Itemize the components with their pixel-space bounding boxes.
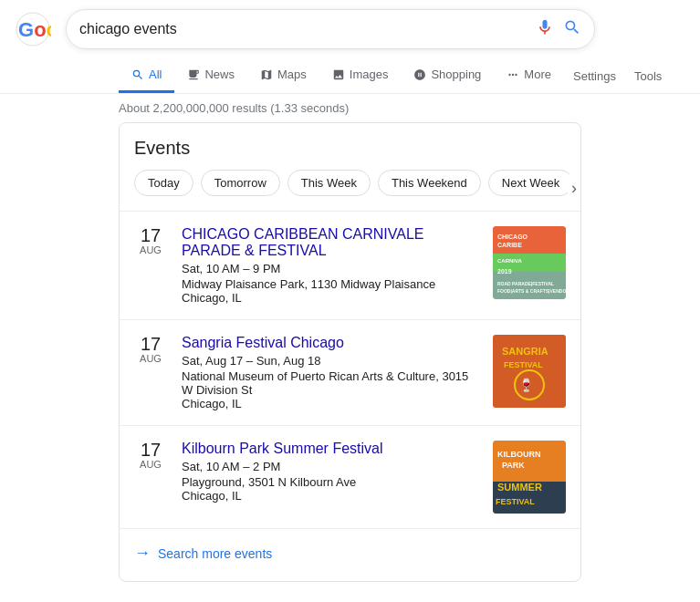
- event-name-2[interactable]: Sangria Festival Chicago: [182, 335, 478, 351]
- search-bar[interactable]: [66, 9, 595, 49]
- event-city-3: Chicago, IL: [182, 489, 478, 503]
- chevron-right-icon[interactable]: ›: [568, 174, 580, 201]
- nav-more[interactable]: More: [494, 58, 564, 93]
- tools-link[interactable]: Tools: [625, 60, 671, 92]
- event-name-1[interactable]: CHICAGO CARIBBEAN CARNIVALE PARADE & FES…: [182, 226, 478, 259]
- search-input[interactable]: [79, 21, 536, 37]
- svg-text:CARNIVA: CARNIVA: [497, 258, 523, 264]
- svg-rect-3: [493, 226, 566, 254]
- nav-shopping[interactable]: Shopping: [401, 58, 494, 93]
- event-date-1: 17 AUG: [134, 226, 167, 255]
- event-img-caribbean: CHICAGO CARIBE CARNIVA 2019 ROAD PARADE|…: [493, 226, 566, 299]
- event-info-1: CHICAGO CARIBBEAN CARNIVALE PARADE & FES…: [182, 226, 478, 305]
- filter-today[interactable]: Today: [134, 170, 193, 196]
- event-date-3: 17 AUG: [134, 441, 167, 470]
- header: Google: [0, 0, 700, 58]
- search-button[interactable]: [563, 18, 581, 41]
- event-name-3[interactable]: Kilbourn Park Summer Festival: [182, 441, 478, 457]
- filter-this-weekend[interactable]: This Weekend: [378, 170, 481, 196]
- event-image-3[interactable]: KILBOURN PARK SUMMER FESTIVAL: [493, 441, 566, 514]
- svg-text:ROAD PARADE|FESTIVAL: ROAD PARADE|FESTIVAL: [497, 281, 554, 286]
- svg-text:2019: 2019: [497, 268, 512, 275]
- results-count: About 2,200,000,000 results (1.33 second…: [0, 94, 700, 122]
- voice-search-icon[interactable]: [536, 18, 554, 41]
- svg-text:FESTIVAL: FESTIVAL: [496, 497, 535, 506]
- event-location-2: National Museum of Puerto Rican Arts & C…: [182, 369, 478, 397]
- event-img-kilbourn: KILBOURN PARK SUMMER FESTIVAL: [493, 441, 566, 514]
- event-item-3: 17 AUG Kilbourn Park Summer Festival Sat…: [120, 425, 580, 528]
- event-time-1: Sat, 10 AM – 9 PM: [182, 262, 478, 275]
- event-item: 17 AUG CHICAGO CARIBBEAN CARNIVALE PARAD…: [120, 211, 580, 319]
- svg-text:CHICAGO: CHICAGO: [497, 234, 528, 240]
- svg-text:KILBOURN: KILBOURN: [497, 450, 541, 459]
- search-more-link[interactable]: → Search more events: [134, 544, 566, 563]
- search-more: → Search more events: [120, 528, 580, 566]
- event-date-2: 17 AUG: [134, 335, 167, 364]
- arrow-right-icon: →: [134, 544, 151, 563]
- event-city-2: Chicago, IL: [182, 397, 478, 410]
- events-card: Events Today Tomorrow This Week This Wee…: [119, 122, 581, 582]
- event-location-3: Playground, 3501 N Kilbourn Ave: [182, 475, 478, 489]
- nav-bar: All News Maps Images Shopping More Setti…: [0, 58, 700, 94]
- svg-text:SUMMER: SUMMER: [497, 482, 542, 493]
- event-info-3: Kilbourn Park Summer Festival Sat, 10 AM…: [182, 441, 478, 503]
- svg-text:PARK: PARK: [502, 461, 525, 470]
- events-title: Events: [120, 138, 580, 170]
- event-time-2: Sat, Aug 17 – Sun, Aug 18: [182, 354, 478, 368]
- event-city-1: Chicago, IL: [182, 291, 478, 305]
- nav-images[interactable]: Images: [319, 58, 402, 93]
- nav-news[interactable]: News: [174, 58, 247, 93]
- event-image-1[interactable]: CHICAGO CARIBE CARNIVA 2019 ROAD PARADE|…: [493, 226, 566, 299]
- svg-text:FESTIVAL: FESTIVAL: [504, 360, 543, 369]
- event-info-2: Sangria Festival Chicago Sat, Aug 17 – S…: [182, 335, 478, 410]
- nav-maps[interactable]: Maps: [247, 58, 319, 93]
- filter-this-week[interactable]: This Week: [287, 170, 371, 196]
- event-image-2[interactable]: SANGRIA FESTIVAL 🍷: [493, 335, 566, 408]
- svg-text:FOOD|ARTS & CRAFTS|VENDORS: FOOD|ARTS & CRAFTS|VENDORS: [497, 288, 566, 294]
- svg-text:SANGRIA: SANGRIA: [502, 346, 549, 357]
- svg-text:CARIBE: CARIBE: [497, 242, 522, 248]
- event-img-sangria: SANGRIA FESTIVAL 🍷: [493, 335, 566, 408]
- google-logo[interactable]: Google: [15, 11, 51, 47]
- settings-link[interactable]: Settings: [564, 60, 625, 92]
- event-item-2: 17 AUG Sangria Festival Chicago Sat, Aug…: [120, 319, 580, 425]
- event-time-3: Sat, 10 AM – 2 PM: [182, 460, 478, 473]
- event-location-1: Midway Plaisance Park, 1130 Midway Plais…: [182, 277, 478, 291]
- nav-all[interactable]: All: [119, 58, 174, 93]
- svg-text:🍷: 🍷: [518, 378, 535, 393]
- filter-next-week[interactable]: Next Week: [488, 170, 573, 196]
- filter-pills: Today Tomorrow This Week This Weekend Ne…: [120, 170, 580, 211]
- filter-tomorrow[interactable]: Tomorrow: [201, 170, 280, 196]
- svg-text:Google: Google: [18, 18, 51, 41]
